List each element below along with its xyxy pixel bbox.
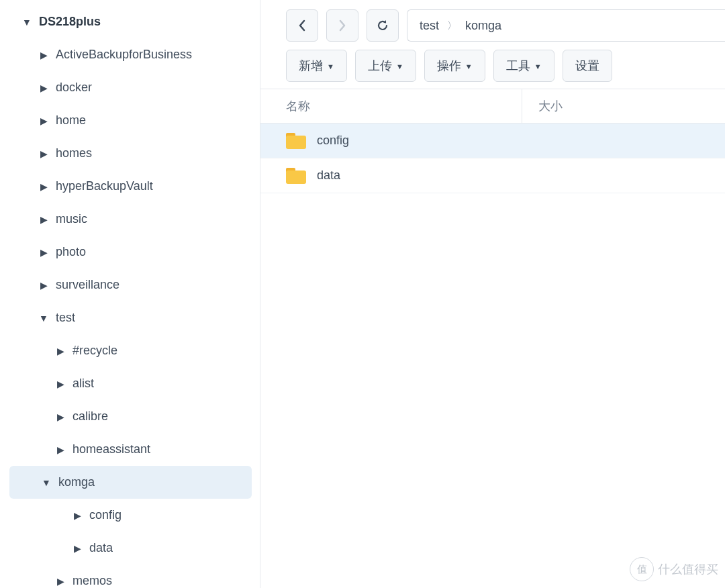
caret-down-icon: ▼ xyxy=(465,62,473,70)
breadcrumb-segment[interactable]: komga xyxy=(465,19,501,33)
chevron-right-icon: 〉 xyxy=(447,19,457,32)
column-size[interactable]: 大小 xyxy=(522,89,725,123)
file-name: config xyxy=(317,134,349,148)
chevron-right-icon: ▶ xyxy=(70,510,84,521)
chevron-right-icon: ▶ xyxy=(37,247,50,258)
chevron-right-icon: ▶ xyxy=(37,280,50,291)
folder-icon xyxy=(286,168,306,184)
file-name: data xyxy=(317,168,340,183)
tree-item-recycle[interactable]: ▶ #recycle xyxy=(0,334,260,367)
table-header: 名称 大小 xyxy=(260,89,725,124)
tree-item-photo[interactable]: ▶ photo xyxy=(0,236,260,268)
main-pane: test 〉 komga 新增 ▼ 上传 ▼ 操作 ▼ 工具 ▼ 设置 名称 大… xyxy=(260,0,725,588)
refresh-icon xyxy=(376,19,389,32)
watermark: 值 什么值得买 xyxy=(630,557,718,581)
tree-item-data[interactable]: ▶ data xyxy=(0,532,260,565)
tree-item-test[interactable]: ▼ test xyxy=(0,301,260,334)
chevron-right-icon: ▶ xyxy=(37,148,50,159)
file-row[interactable]: data xyxy=(260,158,725,193)
tree-item-komga[interactable]: ▼ komga xyxy=(9,466,252,499)
tree-root[interactable]: ▼ DS218plus xyxy=(0,5,260,38)
tree-item-homes[interactable]: ▶ homes xyxy=(0,137,260,170)
action-button[interactable]: 操作 ▼ xyxy=(424,50,485,82)
settings-button[interactable]: 设置 xyxy=(563,50,612,82)
tree-item-memos[interactable]: ▶ memos xyxy=(0,565,260,588)
new-button[interactable]: 新增 ▼ xyxy=(286,50,347,82)
watermark-badge: 值 xyxy=(630,557,654,581)
tree-item-docker[interactable]: ▶ docker xyxy=(0,71,260,104)
tree-root-label: DS218plus xyxy=(39,15,101,29)
chevron-left-icon xyxy=(297,19,307,32)
chevron-right-icon: ▶ xyxy=(54,346,67,356)
chevron-right-icon: ▶ xyxy=(37,214,50,225)
tree-item-home[interactable]: ▶ home xyxy=(0,104,260,137)
tree-item-homeassistant[interactable]: ▶ homeassistant xyxy=(0,433,260,466)
watermark-text: 什么值得买 xyxy=(658,561,718,577)
chevron-right-icon: ▶ xyxy=(37,115,50,126)
chevron-right-icon: ▶ xyxy=(54,411,67,422)
breadcrumb-segment[interactable]: test xyxy=(420,19,439,33)
chevron-right-icon: ▶ xyxy=(54,444,67,455)
column-name[interactable]: 名称 xyxy=(260,89,522,123)
folder-icon xyxy=(286,133,306,149)
folder-tree: ▼ DS218plus ▶ ActiveBackupforBusiness ▶ … xyxy=(0,0,260,588)
nav-toolbar: test 〉 komga xyxy=(260,0,725,47)
chevron-right-icon: ▶ xyxy=(54,379,67,389)
chevron-right-icon: ▶ xyxy=(37,181,50,192)
tree-item-music[interactable]: ▶ music xyxy=(0,203,260,236)
caret-down-icon: ▼ xyxy=(534,62,542,70)
back-button[interactable] xyxy=(286,9,318,42)
tree-item-calibre[interactable]: ▶ calibre xyxy=(0,400,260,433)
tree-item-surveillance[interactable]: ▶ surveillance xyxy=(0,268,260,301)
chevron-right-icon xyxy=(338,19,347,32)
chevron-down-icon: ▼ xyxy=(20,17,34,28)
chevron-right-icon: ▶ xyxy=(37,83,50,93)
tree-item-config[interactable]: ▶ config xyxy=(0,499,260,532)
file-row[interactable]: config xyxy=(260,124,725,158)
caret-down-icon: ▼ xyxy=(396,62,403,70)
upload-button[interactable]: 上传 ▼ xyxy=(355,50,416,82)
tree-item-activebackup[interactable]: ▶ ActiveBackupforBusiness xyxy=(0,38,260,71)
chevron-right-icon: ▶ xyxy=(37,50,50,60)
chevron-right-icon: ▶ xyxy=(54,576,67,587)
breadcrumb[interactable]: test 〉 komga xyxy=(407,9,725,42)
action-toolbar: 新增 ▼ 上传 ▼ 操作 ▼ 工具 ▼ 设置 xyxy=(260,47,725,89)
caret-down-icon: ▼ xyxy=(327,62,334,70)
forward-button[interactable] xyxy=(326,9,358,42)
chevron-right-icon: ▶ xyxy=(70,543,84,554)
chevron-down-icon: ▼ xyxy=(37,313,50,324)
tree-item-alist[interactable]: ▶ alist xyxy=(0,367,260,400)
chevron-down-icon: ▼ xyxy=(40,477,53,488)
tool-button[interactable]: 工具 ▼ xyxy=(493,50,554,82)
refresh-button[interactable] xyxy=(367,9,399,42)
tree-item-hyperbackupvault[interactable]: ▶ hyperBackupVault xyxy=(0,170,260,203)
